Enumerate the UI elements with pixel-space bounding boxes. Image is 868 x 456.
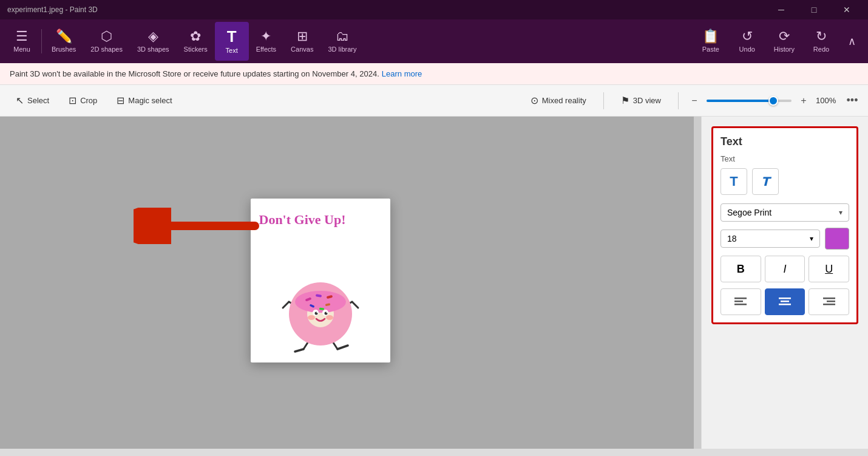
color-swatch-button[interactable] xyxy=(825,228,849,250)
svg-line-1 xyxy=(283,302,289,308)
vertical-scrollbar[interactable] xyxy=(694,117,701,456)
view3d-icon: ⚑ xyxy=(621,95,629,106)
text-type-row: T 𝗧 xyxy=(721,168,849,195)
font-family-dropdown[interactable]: Segoe Print ▾ xyxy=(721,203,849,222)
menu-button[interactable]: ☰ Menu xyxy=(5,22,39,61)
align-center-button[interactable] xyxy=(765,288,805,315)
mixed-reality-label: Mixed reality xyxy=(542,96,586,105)
more-options-button[interactable]: ••• xyxy=(844,92,861,109)
sec-separator xyxy=(603,92,604,109)
text-button[interactable]: T Text xyxy=(215,22,249,61)
select-button[interactable]: ↖ Select xyxy=(7,90,58,112)
svg-rect-32 xyxy=(781,301,789,302)
close-button[interactable]: ✕ xyxy=(833,0,861,19)
canvas-button[interactable]: ⊞ Canvas xyxy=(283,22,320,61)
svg-point-22 xyxy=(316,311,317,313)
svg-rect-35 xyxy=(827,301,835,302)
align-right-icon xyxy=(823,297,835,307)
text-3d-icon: 𝗧 xyxy=(761,174,770,189)
format-row: B I U xyxy=(721,256,849,282)
zoom-minus-button[interactable]: − xyxy=(687,94,702,108)
canvas-icon: ⊞ xyxy=(297,30,308,43)
svg-line-7 xyxy=(337,345,348,349)
zoom-slider[interactable] xyxy=(707,100,792,102)
select-icon: ↖ xyxy=(16,95,24,106)
menu-label: Menu xyxy=(13,46,30,53)
canvas-area[interactable]: Don't Give Up! xyxy=(0,117,701,456)
svg-point-23 xyxy=(326,311,327,313)
align-right-button[interactable] xyxy=(809,288,849,315)
svg-line-3 xyxy=(352,302,358,308)
font-size-arrow-icon: ▾ xyxy=(810,234,813,243)
shapes2d-label: 2D shapes xyxy=(90,46,123,53)
magic-select-button[interactable]: ⊟ Magic select xyxy=(108,90,180,112)
magic-select-label: Magic select xyxy=(128,96,172,105)
text-panel-highlight: Text Text T 𝗧 Segoe Print ▾ 18 ▾ xyxy=(711,126,858,324)
zoom-controls: − + 100% xyxy=(687,94,839,108)
window-controls: ─ □ ✕ xyxy=(767,0,861,19)
right-panel: Text Text T 𝗧 Segoe Print ▾ 18 ▾ xyxy=(701,117,868,456)
stickers-label: Stickers xyxy=(184,46,208,53)
stickers-icon: ✿ xyxy=(190,30,201,43)
horizontal-scrollbar[interactable] xyxy=(0,449,868,456)
font-name-display: Segoe Print xyxy=(727,208,771,217)
zoom-track xyxy=(707,100,770,102)
redo-button[interactable]: ↻ Redo xyxy=(804,22,838,61)
svg-rect-30 xyxy=(734,304,747,305)
view3d-button[interactable]: ⚑ 3D view xyxy=(612,90,670,112)
crop-icon: ⊡ xyxy=(69,95,76,106)
zoom-plus-button[interactable]: + xyxy=(796,94,811,108)
canvas-label: Canvas xyxy=(291,46,313,53)
text-3d-button[interactable]: 𝗧 xyxy=(752,168,779,195)
align-left-button[interactable] xyxy=(721,288,761,315)
bold-button[interactable]: B xyxy=(721,256,761,282)
mixed-reality-button[interactable]: ⊙ Mixed reality xyxy=(522,90,595,112)
svg-rect-29 xyxy=(734,301,743,302)
donut-illustration xyxy=(272,247,369,356)
collapse-button[interactable]: ∧ xyxy=(841,22,863,61)
history-button[interactable]: ⟳ History xyxy=(767,22,802,61)
undo-button[interactable]: ↺ Undo xyxy=(730,22,764,61)
svg-rect-33 xyxy=(779,304,791,305)
notification-text: Paint 3D won't be available in the Micro… xyxy=(10,69,379,78)
font-size-dropdown[interactable]: 18 ▾ xyxy=(721,230,820,248)
redo-label: Redo xyxy=(813,46,829,53)
brushes-button[interactable]: ✏️ Brushes xyxy=(44,22,83,61)
shapes3d-button[interactable]: ◈ 3D shapes xyxy=(130,22,177,61)
lib3d-icon: 🗂 xyxy=(336,30,349,43)
svg-rect-34 xyxy=(823,298,835,299)
alignment-row xyxy=(721,288,849,315)
history-icon: ⟳ xyxy=(779,30,790,43)
effects-button[interactable]: ✦ Effects xyxy=(249,22,283,61)
text-section-label: Text xyxy=(721,154,849,163)
svg-rect-36 xyxy=(823,304,835,305)
window-title: experiment1.jpeg - Paint 3D xyxy=(7,5,98,14)
paste-icon: 📋 xyxy=(702,30,719,43)
document-canvas: Don't Give Up! xyxy=(251,199,390,362)
crop-label: Crop xyxy=(80,96,97,105)
crop-button[interactable]: ⊡ Crop xyxy=(60,90,106,112)
font-size-display: 18 xyxy=(727,234,737,243)
zoom-thumb[interactable] xyxy=(768,96,778,106)
minimize-button[interactable]: ─ xyxy=(767,0,795,19)
stickers-button[interactable]: ✿ Stickers xyxy=(177,22,215,61)
shapes2d-button[interactable]: ⬡ 2D shapes xyxy=(83,22,130,61)
maximize-button[interactable]: □ xyxy=(800,0,828,19)
shapes2d-icon: ⬡ xyxy=(101,30,112,43)
size-color-row: 18 ▾ xyxy=(721,228,849,250)
svg-point-24 xyxy=(308,315,315,320)
italic-button[interactable]: I xyxy=(765,256,805,282)
mixed-reality-icon: ⊙ xyxy=(531,95,538,106)
text-2d-button[interactable]: T xyxy=(721,168,747,195)
lib3d-label: 3D library xyxy=(328,46,356,53)
learn-more-link[interactable]: Learn more xyxy=(382,69,422,78)
underline-button[interactable]: U xyxy=(809,256,849,282)
select-label: Select xyxy=(27,96,49,105)
lib3d-button[interactable]: 🗂 3D library xyxy=(320,22,364,61)
title-bar: experiment1.jpeg - Paint 3D ─ □ ✕ xyxy=(0,0,868,19)
history-label: History xyxy=(774,46,795,53)
brushes-icon: ✏️ xyxy=(56,30,72,43)
paste-button[interactable]: 📋 Paste xyxy=(694,22,728,61)
shapes3d-label: 3D shapes xyxy=(137,46,169,53)
view3d-label: 3D view xyxy=(633,96,661,105)
